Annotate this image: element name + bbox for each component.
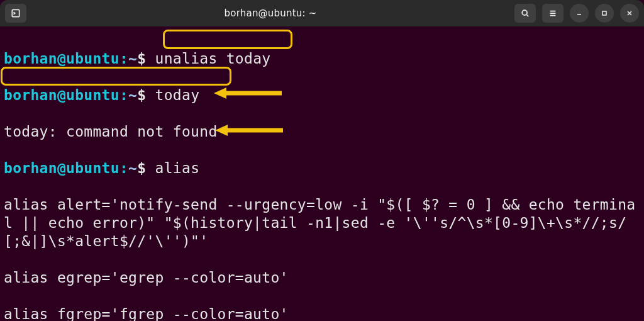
maximize-button[interactable]: [595, 4, 614, 23]
prompt-symbol: $: [137, 160, 146, 176]
prompt-user: borhan@ubuntu: [4, 160, 119, 176]
svg-point-1: [522, 10, 527, 15]
term-line-6: alias egrep='egrep --color=auto': [4, 269, 640, 287]
search-button[interactable]: [514, 4, 536, 23]
prompt-user: borhan@ubuntu: [4, 50, 119, 67]
prompt-colon: :: [119, 50, 128, 67]
term-line-2: borhan@ubuntu:~$ today: [4, 86, 640, 104]
prompt-path: ~: [128, 160, 137, 176]
term-line-5: alias alert='notify-send --urgency=low -…: [4, 196, 640, 251]
output-text: alias alert='notify-send --urgency=low -…: [4, 196, 635, 249]
search-icon: [521, 9, 530, 18]
window-titlebar: borhan@ubuntu: ~: [0, 0, 644, 26]
menu-button[interactable]: [542, 4, 564, 23]
command-text: alias: [155, 160, 200, 176]
prompt-colon: :: [119, 160, 128, 176]
prompt-symbol: $: [137, 87, 146, 103]
svg-rect-2: [602, 11, 606, 15]
command-text: today: [155, 87, 200, 103]
new-tab-button[interactable]: [5, 4, 26, 23]
hamburger-icon: [548, 9, 557, 18]
prompt-path: ~: [128, 50, 137, 67]
prompt-user: borhan@ubuntu: [4, 87, 119, 103]
term-line-1: borhan@ubuntu:~$ unalias today: [4, 50, 640, 68]
prompt-path: ~: [128, 87, 137, 103]
output-text: alias egrep='egrep --color=auto': [4, 269, 289, 286]
terminal-output[interactable]: borhan@ubuntu:~$ unalias today borhan@ub…: [0, 26, 644, 321]
command-text: unalias today: [155, 50, 271, 67]
close-button[interactable]: [620, 4, 639, 23]
term-line-3: today: command not found: [4, 123, 640, 141]
close-icon: [626, 9, 633, 17]
term-line-7: alias fgrep='fgrep --color=auto': [4, 305, 640, 321]
prompt-symbol: $: [137, 50, 146, 67]
minimize-icon: [575, 9, 583, 17]
output-text: alias fgrep='fgrep --color=auto': [4, 306, 289, 321]
highlight-box-1: [163, 30, 292, 49]
term-line-4: borhan@ubuntu:~$ alias: [4, 159, 640, 177]
error-text: today: command not found: [4, 123, 218, 140]
terminal-icon: [11, 9, 20, 18]
highlight-box-2: [1, 67, 231, 86]
maximize-icon: [601, 9, 608, 17]
minimize-button[interactable]: [570, 4, 589, 23]
prompt-colon: :: [119, 87, 128, 103]
window-controls: [514, 4, 639, 23]
window-title: borhan@ubuntu: ~: [31, 8, 509, 19]
